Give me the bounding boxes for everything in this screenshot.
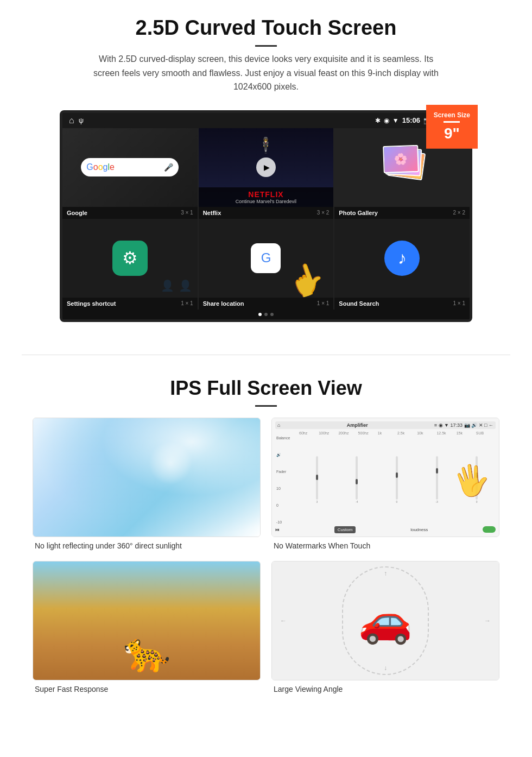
eq-track-2 bbox=[356, 456, 358, 500]
g-letter-o2: o bbox=[98, 162, 103, 172]
loudness-toggle[interactable] bbox=[483, 526, 496, 533]
section-curved-screen: 2.5D Curved Touch Screen With 2.5D curve… bbox=[0, 0, 532, 338]
google-app-cell[interactable]: Google 🎤 bbox=[62, 128, 198, 207]
app-grid-row2: ⚙ 👤 👤 G bbox=[62, 219, 470, 298]
eq-status-icons: ≡ ◉ ▼ 17:33 📷 🔊 ✕ □ ← bbox=[434, 422, 493, 428]
g-letter-o1: o bbox=[93, 162, 98, 172]
cheetah-bg: 🐆 bbox=[33, 562, 260, 680]
eq-nav-icons: ⏮ bbox=[275, 527, 280, 532]
eq-title: Amplifier bbox=[347, 422, 368, 428]
maps-g-icon: G bbox=[261, 250, 271, 266]
sound-search-app-cell[interactable]: ♪ bbox=[334, 219, 470, 298]
car-circle: 🚗 bbox=[342, 566, 429, 675]
sound-search-app-inner: ♪ bbox=[334, 219, 470, 298]
freq-100: 100hz bbox=[319, 431, 337, 435]
ghost-icons: 👤 👤 bbox=[161, 279, 192, 292]
netflix-label: Netflix 3 × 2 bbox=[199, 207, 334, 219]
eq-val-4: -3 bbox=[435, 500, 438, 503]
sunlight-bg bbox=[33, 418, 260, 537]
eq-label-minus10: -10 bbox=[276, 520, 297, 524]
badge-divider bbox=[444, 121, 460, 123]
share-label: Share location 1 × 1 bbox=[199, 298, 334, 310]
car-caption: Large Viewing Angle bbox=[271, 685, 499, 693]
usb-icon: ψ bbox=[79, 116, 84, 124]
view-angle-top: ↑ bbox=[384, 570, 387, 577]
netflix-subtitle: Continue Marvel's Daredevil bbox=[203, 199, 330, 204]
location-icon: ◉ bbox=[384, 117, 389, 124]
google-label-name: Google bbox=[67, 210, 87, 216]
section1-description: With 2.5D curved-display screen, this de… bbox=[90, 52, 442, 94]
settings-gear-icon: ⚙ bbox=[122, 248, 138, 268]
eq-slider-2: -4 bbox=[339, 456, 375, 503]
maps-icon: G bbox=[251, 243, 281, 273]
eq-db-labels: Balance 🔊 Fader 10 0 -10 bbox=[275, 436, 298, 524]
badge-label: Screen Size bbox=[434, 111, 470, 119]
netflix-app-inner: 🕴 ▶ NETFLIX Continue Marvel's Daredevil bbox=[199, 128, 334, 207]
car-top-icon: 🚗 bbox=[358, 595, 413, 646]
eq-screen: ⌂ Amplifier ≡ ◉ ▼ 17:33 📷 🔊 ✕ □ ← 60hz 1… bbox=[272, 418, 499, 537]
gallery-stack: 🌸 bbox=[381, 146, 424, 189]
hand-icon: 🖐 bbox=[445, 433, 497, 527]
eq-track-1 bbox=[316, 456, 318, 500]
ghost-icon-2: 👤 bbox=[179, 279, 192, 292]
netflix-app-cell[interactable]: 🕴 ▶ NETFLIX Continue Marvel's Daredevil bbox=[199, 128, 334, 207]
cheetah-image: 🐆 bbox=[33, 561, 261, 680]
eq-image: ⌂ Amplifier ≡ ◉ ▼ 17:33 📷 🔊 ✕ □ ← 60hz 1… bbox=[271, 418, 499, 537]
freq-10k: 10k bbox=[417, 431, 435, 435]
dot-3 bbox=[270, 313, 274, 316]
freq-1k: 1k bbox=[378, 431, 396, 435]
eq-freq-row: 60hz 100hz 200hz 500hz 1k 2.5k 10k 12.5k… bbox=[275, 431, 496, 436]
eq-slider-3: 0 bbox=[379, 456, 415, 503]
settings-label: Settings shortcut 1 × 1 bbox=[62, 298, 198, 310]
section-ips: IPS Full Screen View No light reflecting… bbox=[0, 371, 532, 710]
google-logo: Google bbox=[86, 162, 115, 172]
netflix-play-button[interactable]: ▶ bbox=[256, 157, 276, 177]
eq-label-10db: 10 bbox=[276, 487, 297, 490]
freq-15k: 15k bbox=[457, 431, 475, 435]
car-image: 🚗 ↑ ↓ ← → bbox=[271, 561, 499, 680]
car-card: 🚗 ↑ ↓ ← → Large Viewing Angle bbox=[271, 561, 499, 693]
custom-button: Custom bbox=[334, 526, 356, 533]
google-search-bar: Google 🎤 bbox=[81, 158, 179, 176]
cheetah-card: 🐆 Super Fast Response bbox=[33, 561, 261, 693]
eq-home-icon: ⌂ bbox=[277, 422, 280, 428]
g-letter-e: e bbox=[110, 162, 115, 172]
share-location-app-inner: G 👆 bbox=[199, 219, 334, 298]
sunlight-image bbox=[33, 418, 261, 537]
eq-sliders-area: Balance 🔊 Fader 10 0 -10 bbox=[275, 436, 496, 524]
gallery-label: Photo Gallery 2 × 2 bbox=[334, 207, 470, 219]
status-bar: ⌂ ψ ✱ ◉ ▼ 15:06 📷 🔊 ✕ ⬜ bbox=[62, 113, 470, 128]
eq-label-volume: 🔊 bbox=[276, 453, 297, 457]
eq-slider-1: 3 bbox=[299, 456, 335, 503]
loudness-label: loudness bbox=[410, 527, 428, 532]
cheetah-emoji: 🐆 bbox=[123, 630, 170, 674]
app-label-row2: Settings shortcut 1 × 1 Share location 1… bbox=[62, 298, 470, 310]
status-left: ⌂ ψ bbox=[69, 116, 84, 125]
g-letter-g2: g bbox=[103, 162, 108, 172]
freq-2k5: 2.5k bbox=[397, 431, 416, 435]
share-location-app-cell[interactable]: G 👆 bbox=[199, 219, 334, 298]
freq-12k5: 12.5k bbox=[436, 431, 455, 435]
settings-label-name: Settings shortcut bbox=[67, 300, 116, 307]
sunlight-caption: No light reflecting under 360° direct su… bbox=[33, 541, 261, 550]
google-mic-icon: 🎤 bbox=[164, 163, 173, 172]
image-grid: No light reflecting under 360° direct su… bbox=[33, 418, 499, 693]
settings-label-size: 1 × 1 bbox=[181, 300, 193, 306]
settings-app-cell[interactable]: ⚙ 👤 👤 bbox=[62, 219, 198, 298]
time-display: 15:06 bbox=[402, 116, 420, 124]
cheetah-caption: Super Fast Response bbox=[33, 685, 261, 693]
device-mockup: ⌂ ψ ✱ ◉ ▼ 15:06 📷 🔊 ✕ ⬜ bbox=[60, 110, 472, 322]
dot-1 bbox=[258, 313, 262, 316]
section1-title: 2.5D Curved Touch Screen bbox=[33, 16, 499, 40]
app-label-row1: Google 3 × 1 Netflix 3 × 2 Photo Gallery… bbox=[62, 207, 470, 219]
sound-label-size: 1 × 1 bbox=[453, 300, 465, 306]
g-letter-g: G bbox=[86, 162, 93, 172]
eq-track-4 bbox=[436, 456, 438, 500]
settings-icon-bg: ⚙ bbox=[112, 241, 148, 276]
eq-label-fader: Fader bbox=[276, 470, 297, 474]
eq-header: ⌂ Amplifier ≡ ◉ ▼ 17:33 📷 🔊 ✕ □ ← bbox=[275, 421, 496, 429]
bluetooth-icon: ✱ bbox=[375, 117, 381, 124]
freq-200: 200hz bbox=[338, 431, 357, 435]
play-icon: ▶ bbox=[264, 163, 270, 172]
share-label-name: Share location bbox=[203, 300, 244, 307]
